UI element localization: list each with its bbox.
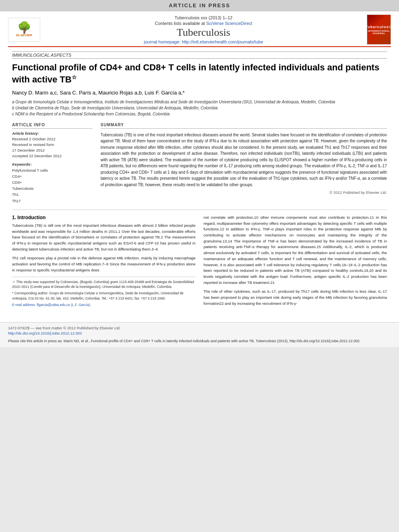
journal-title: Tuberculosis: [44, 27, 363, 39]
history-item-0: Received 2 October 2012: [12, 136, 93, 142]
article-info-title: ARTICLE INFO: [12, 123, 93, 129]
summary-text: Tuberculosis (TB) is one of the most imp…: [101, 132, 387, 188]
right-para-1: The role of other cytokines, such as IL-…: [204, 289, 387, 306]
journal-header: 🌳 ELSEVIER Tuberculosis xxx (2013) 1–12 …: [0, 11, 399, 46]
history-item-2: 17 December 2012: [12, 148, 93, 153]
journal-volume-text: Tuberculosis xxx (2013) 1–12: [175, 15, 232, 20]
main-left-col: 1. Introduction Tuberculosis (TB) is sti…: [12, 215, 195, 310]
section-label: IMMUNOLOGICAL ASPECTS: [12, 51, 387, 59]
affiliation-a: a Grupo de Inmunología Celular e Inmunog…: [12, 99, 387, 105]
footnote-0: ☆ This study was supported by Colciencia…: [12, 279, 195, 290]
footer-issn: 1472-9792/$ — see front matter © 2012 Pu…: [8, 326, 391, 330]
footer-doi: http://dx.doi.org/10.1016/j.tube.2012.12…: [8, 331, 391, 335]
history-item-3: Accepted 22 December 2012: [12, 153, 93, 158]
right-para-0: not correlate with protection,10 other i…: [204, 215, 387, 286]
title-text: Functional profile of CD4+ and CD8+ T ce…: [12, 62, 379, 84]
keyword-1: CD4+: [12, 173, 93, 179]
intro-para-1: Th1 cell responses play a pivotal role i…: [12, 255, 195, 273]
doi-text: http://dx.doi.org/10.1016/j.tube.2012.12…: [8, 331, 82, 335]
intro-heading: 1. Introduction: [12, 215, 195, 220]
intro-para-0: Tuberculosis (TB) is still one of the mo…: [12, 223, 195, 253]
thumb-subtitle: INTERNATIONAL JOURNAL: [368, 30, 390, 35]
keywords-list: Polyfunctional T cells CD4+ CD8+ Tubercu…: [12, 167, 93, 204]
journal-thumbnail: Tuberculosis INTERNATIONAL JOURNAL: [367, 14, 391, 45]
keyword-3: Tuberculosis: [12, 185, 93, 191]
affiliations: a Grupo de Inmunología Celular e Inmunog…: [12, 99, 387, 117]
elsevier-logo: 🌳 ELSEVIER: [8, 18, 40, 42]
sciversedirect-link[interactable]: SciVerse ScienceDirect: [206, 21, 252, 26]
section-divider: [12, 210, 387, 210]
article-authors: Nancy D. Marín a,c, Sara C. París a, Mau…: [12, 90, 387, 96]
history-item-1: Received in revised form: [12, 142, 93, 147]
keyword-5: Th17: [12, 198, 93, 204]
keywords-label: Keywords:: [12, 162, 93, 166]
keyword-0: Polyfunctional T cells: [12, 167, 93, 173]
homepage-text: journal homepage: http://intl.elsevierhe…: [144, 39, 263, 44]
footer-cite: Please cite this article in press as: Ma…: [8, 339, 391, 344]
elsevier-tree-icon: 🌳: [17, 22, 31, 33]
keyword-4: Th1: [12, 191, 93, 197]
contents-text: Contents lists available at: [155, 21, 205, 26]
copyright-line: © 2012 Published by Elsevier Ltd.: [101, 190, 387, 195]
issn-text: 1472-9792/$ — see front matter © 2012 Pu…: [8, 326, 121, 330]
article-info-col: ARTICLE INFO Article history: Received 2…: [12, 123, 93, 204]
affiliation-c: c NDM is the Recipient of a Predoctoral …: [12, 111, 387, 117]
article-body: IMMUNOLOGICAL ASPECTS Functional profile…: [0, 47, 399, 318]
summary-col: SUMMARY Tuberculosis (TB) is one of the …: [101, 123, 387, 204]
footnote-email: E-mail address: lfgarcia@udea.edu.co (L.…: [12, 302, 195, 308]
affiliation-b: b Unidad de Citometría de Flujo, Sede de…: [12, 105, 387, 111]
elsevier-label: ELSEVIER: [16, 33, 32, 37]
article-in-press-banner: ARTICLE IN PRESS: [0, 0, 399, 11]
info-summary-row: ARTICLE INFO Article history: Received 2…: [12, 123, 387, 204]
article-title: Functional profile of CD4+ and CD8+ T ce…: [12, 62, 387, 86]
thumb-title: Tuberculosis: [365, 25, 392, 29]
history-label: Article history:: [12, 131, 93, 136]
summary-title: SUMMARY: [101, 123, 387, 129]
footer-bar: 1472-9792/$ — see front matter © 2012 Pu…: [0, 322, 399, 347]
footnote-1: * Corresponding author: Grupo de Inmunol…: [12, 291, 195, 301]
journal-header-center: Tuberculosis xxx (2013) 1–12 Contents li…: [44, 15, 363, 44]
journal-contents: Contents lists available at SciVerse Sci…: [44, 21, 363, 26]
journal-meta: Tuberculosis xxx (2013) 1–12: [44, 15, 363, 20]
main-right-col: not correlate with protection,10 other i…: [204, 215, 387, 310]
keyword-2: CD8+: [12, 179, 93, 185]
main-content: 1. Introduction Tuberculosis (TB) is sti…: [12, 215, 387, 310]
footnotes: ☆ This study was supported by Colciencia…: [12, 277, 195, 308]
title-star: ☆: [72, 74, 77, 80]
journal-homepage: journal homepage: http://intl.elsevierhe…: [44, 39, 363, 44]
